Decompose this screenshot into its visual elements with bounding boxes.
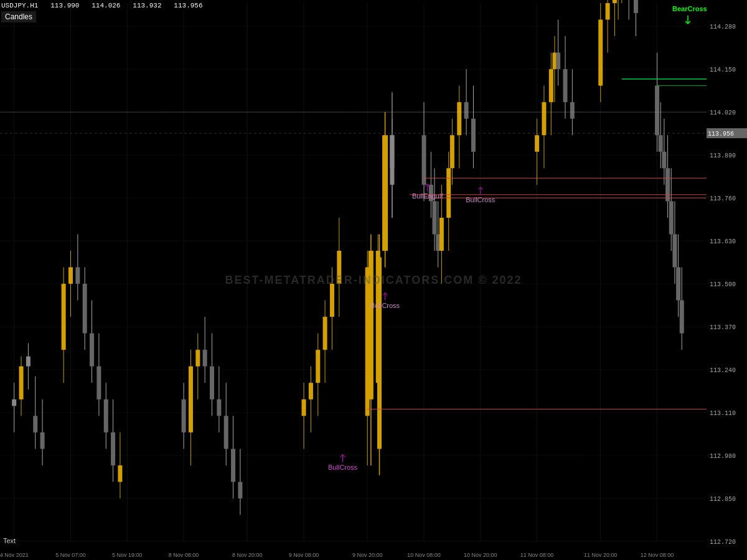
ohlc-low: 113.932 <box>133 2 161 9</box>
text-label: Text <box>3 537 16 544</box>
ohlc-open: 113.990 <box>50 2 79 9</box>
symbol-info: USDJPY.H1 113.990 114.026 113.932 113.95… <box>1 2 203 9</box>
chart-container: USDJPY.H1 113.990 114.026 113.932 113.95… <box>0 0 747 560</box>
candles-label: Candles <box>1 11 36 22</box>
symbol-text: USDJPY.H1 <box>1 2 38 9</box>
chart-canvas <box>0 0 747 560</box>
ohlc-high: 114.026 <box>92 2 120 9</box>
ohlc-close: 113.956 <box>174 2 202 9</box>
